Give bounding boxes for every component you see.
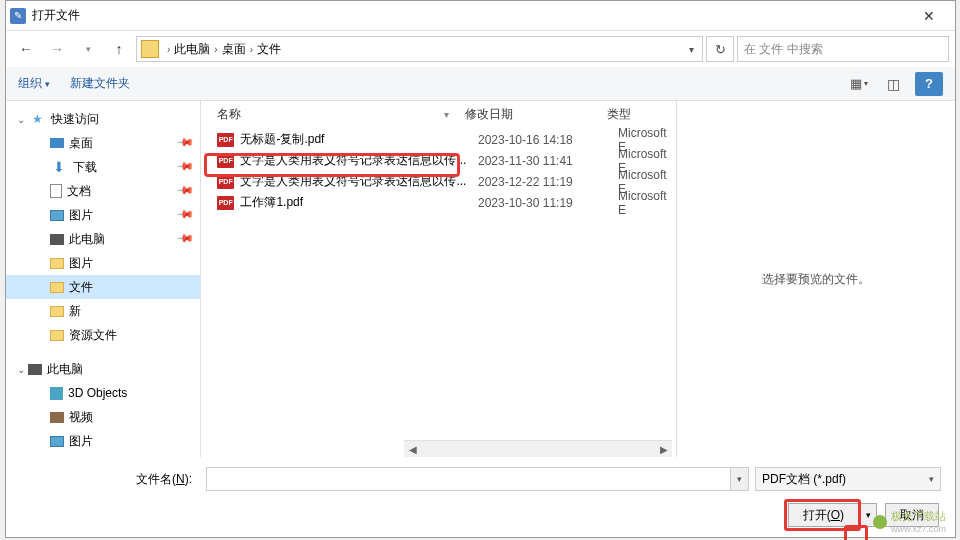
- view-mode-button[interactable]: ▦ ▾: [847, 72, 871, 96]
- filename-input[interactable]: [206, 467, 731, 491]
- folder-icon: [141, 40, 159, 58]
- column-headers: 名称▾ 修改日期 类型: [201, 101, 676, 129]
- tree-item[interactable]: 3D Objects: [6, 381, 200, 405]
- pin-icon: 📌: [176, 180, 198, 202]
- navigation-tree: ⌄★快速访问 桌面📌⬇下载📌 文档📌 图片📌 此电脑📌 图片 文件 新 资源文件…: [6, 101, 201, 457]
- sort-indicator-icon: ▾: [444, 109, 449, 120]
- pdf-icon: PDF: [217, 154, 234, 168]
- column-header-type[interactable]: 类型: [607, 106, 676, 123]
- file-date: 2023-11-30 11:41: [478, 154, 618, 168]
- search-placeholder: 在 文件 中搜索: [744, 41, 823, 58]
- pdf-icon: PDF: [217, 133, 234, 147]
- file-pane: 名称▾ 修改日期 类型 PDF无标题-复制.pdf2023-10-16 14:1…: [201, 101, 955, 457]
- search-input[interactable]: 在 文件 中搜索: [737, 36, 949, 62]
- chevron-icon: ›: [214, 44, 217, 55]
- folder-icon: [50, 306, 64, 317]
- tree-group[interactable]: ⌄★快速访问: [6, 107, 200, 131]
- tree-item[interactable]: 新: [6, 299, 200, 323]
- tree-label: 资源文件: [69, 327, 200, 344]
- tree-item[interactable]: 图片📌: [6, 203, 200, 227]
- folder-icon: [50, 282, 64, 293]
- file-name: 无标题-复制.pdf: [240, 131, 478, 148]
- tree-label: 3D Objects: [68, 386, 200, 400]
- tree-item[interactable]: 桌面📌: [6, 131, 200, 155]
- tree-label: 图片: [69, 433, 200, 450]
- horizontal-scrollbar[interactable]: ◀ ▶: [404, 440, 672, 457]
- breadcrumb-item[interactable]: 文件: [257, 41, 281, 58]
- breadcrumb-item[interactable]: 桌面: [222, 41, 246, 58]
- pin-icon: 📌: [176, 132, 198, 154]
- help-button[interactable]: ?: [915, 72, 943, 96]
- open-button-group: 打开(O) ▾: [788, 503, 877, 527]
- file-name: 工作簿1.pdf: [240, 194, 478, 211]
- filename-label: 文件名(N):: [20, 471, 200, 488]
- tree-item[interactable]: 此电脑📌: [6, 227, 200, 251]
- file-type-filter[interactable]: PDF文档 (*.pdf) ▾: [755, 467, 941, 491]
- watermark-logo-icon: [873, 515, 887, 529]
- tree-item[interactable]: 视频: [6, 405, 200, 429]
- column-header-date[interactable]: 修改日期: [465, 106, 608, 123]
- tree-label: 桌面: [69, 135, 178, 152]
- pin-icon: 📌: [176, 228, 198, 250]
- pdf-icon: PDF: [217, 196, 234, 210]
- filename-history-dropdown[interactable]: ▾: [731, 467, 749, 491]
- dialog-body: ⌄★快速访问 桌面📌⬇下载📌 文档📌 图片📌 此电脑📌 图片 文件 新 资源文件…: [6, 101, 955, 457]
- chevron-down-icon: ▾: [929, 474, 934, 484]
- file-row[interactable]: PDF文字是人类用表义符号记录表达信息以传...2023-12-22 11:19…: [201, 171, 676, 192]
- filter-text: PDF文档 (*.pdf): [762, 471, 846, 488]
- tree-item[interactable]: 资源文件: [6, 323, 200, 347]
- star-icon: ★: [28, 110, 46, 128]
- forward-button[interactable]: →: [43, 35, 71, 63]
- refresh-button[interactable]: ↻: [706, 36, 734, 62]
- tree-label: 此电脑: [47, 361, 200, 378]
- toolbar: 组织 ▾ 新建文件夹 ▦ ▾ ◫ ?: [6, 67, 955, 101]
- tree-group[interactable]: ⌄ 此电脑: [6, 357, 200, 381]
- chevron-icon: ›: [167, 44, 170, 55]
- close-button[interactable]: ✕: [906, 2, 951, 30]
- tree-item[interactable]: 文件: [6, 275, 200, 299]
- scroll-right-icon[interactable]: ▶: [655, 441, 672, 457]
- preview-pane-toggle[interactable]: ◫: [881, 72, 905, 96]
- pic-icon: [50, 210, 64, 221]
- tree-label: 文档: [67, 183, 178, 200]
- column-header-name[interactable]: 名称▾: [217, 106, 465, 123]
- tree-item[interactable]: 文档📌: [6, 179, 200, 203]
- open-button[interactable]: 打开(O): [788, 503, 859, 527]
- tree-item[interactable]: ⬇下载📌: [6, 155, 200, 179]
- open-file-dialog: ✎ 打开文件 ✕ ← → ▾ ↑ › 此电脑 › 桌面 › 文件 ▾ ↻ 在 文…: [5, 0, 956, 538]
- up-button[interactable]: ↑: [105, 35, 133, 63]
- tree-label: 图片: [69, 255, 200, 272]
- tree-label: 图片: [69, 207, 178, 224]
- file-row[interactable]: PDF文字是人类用表义符号记录表达信息以传...2023-11-30 11:41…: [201, 150, 676, 171]
- desktop-icon: [50, 138, 64, 148]
- tree-label: 视频: [69, 409, 200, 426]
- watermark-url: www.xz7.com: [891, 524, 946, 534]
- new-folder-button[interactable]: 新建文件夹: [70, 75, 130, 92]
- window-title: 打开文件: [32, 7, 906, 24]
- doc-icon: [50, 184, 62, 198]
- scroll-left-icon[interactable]: ◀: [404, 441, 421, 457]
- tree-item[interactable]: 图片: [6, 429, 200, 453]
- tree-item[interactable]: 图片: [6, 251, 200, 275]
- annotation-highlight: [844, 525, 868, 540]
- pin-icon: 📌: [176, 204, 198, 226]
- file-date: 2023-12-22 11:19: [478, 175, 618, 189]
- chevron-icon: ›: [250, 44, 253, 55]
- expand-icon[interactable]: ⌄: [14, 114, 28, 125]
- pin-icon: 📌: [176, 156, 198, 178]
- file-name: 文字是人类用表义符号记录表达信息以传...: [240, 152, 478, 169]
- file-row[interactable]: PDF工作簿1.pdf2023-10-30 11:19Microsoft E: [201, 192, 676, 213]
- tree-label: 下载: [73, 159, 178, 176]
- folder-icon: [50, 330, 64, 341]
- back-button[interactable]: ←: [12, 35, 40, 63]
- 3d-icon: [50, 387, 63, 400]
- file-date: 2023-10-16 14:18: [478, 133, 618, 147]
- file-list: 名称▾ 修改日期 类型 PDF无标题-复制.pdf2023-10-16 14:1…: [201, 101, 676, 457]
- organize-menu[interactable]: 组织 ▾: [18, 75, 50, 92]
- recent-dropdown[interactable]: ▾: [74, 35, 102, 63]
- expand-icon[interactable]: ⌄: [14, 364, 28, 375]
- file-row[interactable]: PDF无标题-复制.pdf2023-10-16 14:18Microsoft E: [201, 129, 676, 150]
- breadcrumb-history-dropdown[interactable]: ▾: [685, 44, 698, 55]
- breadcrumb[interactable]: › 此电脑 › 桌面 › 文件 ▾: [136, 36, 703, 62]
- breadcrumb-item[interactable]: 此电脑: [174, 41, 210, 58]
